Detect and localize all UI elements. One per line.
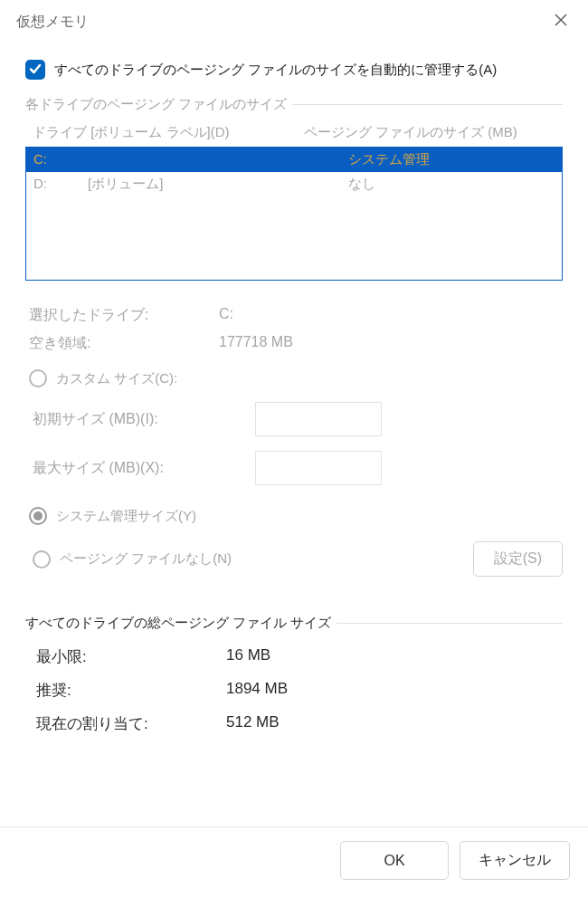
- drive-row[interactable]: D: [ボリューム] なし: [26, 172, 562, 196]
- initial-size-row: 初期サイズ (MB)(I):: [25, 402, 563, 436]
- drive-header-size: ページング ファイルのサイズ (MB): [304, 124, 555, 141]
- max-size-row: 最大サイズ (MB)(X):: [25, 451, 563, 485]
- initial-size-label: 初期サイズ (MB)(I):: [33, 410, 237, 429]
- recommended-label: 推奨:: [36, 680, 226, 701]
- min-label: 最小限:: [36, 646, 226, 667]
- window-title: 仮想メモリ: [16, 13, 89, 32]
- close-icon: [555, 14, 567, 30]
- drive-volume-label: [88, 151, 348, 168]
- initial-size-input[interactable]: [255, 402, 382, 436]
- check-icon: [29, 62, 42, 78]
- selected-drive-info: 選択したドライブ: C: 空き領域: 177718 MB: [25, 306, 563, 353]
- totals-grid: 最小限: 16 MB 推奨: 1894 MB 現在の割り当て: 512 MB: [25, 646, 563, 734]
- max-size-label: 最大サイズ (MB)(X):: [33, 459, 237, 478]
- current-label: 現在の割り当て:: [36, 713, 226, 734]
- drive-list-header: ドライブ [ボリューム ラベル](D) ページング ファイルのサイズ (MB): [25, 124, 563, 147]
- custom-size-radio-row[interactable]: カスタム サイズ(C):: [25, 369, 563, 387]
- no-paging-radio-row[interactable]: ページング ファイルなし(N): [29, 550, 232, 568]
- drive-row[interactable]: C: システム管理: [26, 148, 562, 172]
- no-paging-and-set-row: ページング ファイルなし(N) 設定(S): [25, 541, 563, 577]
- drive-header-drive: ドライブ [ボリューム ラベル](D): [33, 124, 304, 141]
- drive-paging-size: システム管理: [348, 151, 555, 168]
- totals-section: すべてのドライブの総ページング ファイル サイズ 最小限: 16 MB 推奨: …: [25, 615, 563, 734]
- ok-button[interactable]: OK: [340, 841, 449, 880]
- system-managed-label: システム管理サイズ(Y): [56, 508, 196, 525]
- drive-volume-label: [ボリューム]: [88, 176, 348, 193]
- drives-section-title: 各ドライブのページング ファイルのサイズ: [25, 96, 563, 113]
- dialog-content: すべてのドライブのページング ファイルのサイズを自動的に管理する(A) 各ドライ…: [0, 43, 588, 898]
- auto-manage-checkbox[interactable]: [25, 60, 45, 80]
- custom-size-radio[interactable]: [29, 369, 47, 387]
- recommended-value: 1894 MB: [226, 680, 563, 701]
- totals-title: すべてのドライブの総ページング ファイル サイズ: [25, 615, 563, 632]
- selected-drive-value: C:: [219, 306, 563, 325]
- custom-size-label: カスタム サイズ(C):: [56, 370, 177, 387]
- selected-drive-label: 選択したドライブ:: [29, 306, 219, 325]
- auto-manage-row[interactable]: すべてのドライブのページング ファイルのサイズを自動的に管理する(A): [25, 60, 563, 80]
- system-managed-radio[interactable]: [29, 507, 47, 525]
- drive-letter: D:: [33, 176, 88, 193]
- min-value: 16 MB: [226, 646, 563, 667]
- drive-letter: C:: [33, 151, 88, 168]
- free-space-label: 空き領域:: [29, 334, 219, 353]
- system-managed-radio-row[interactable]: システム管理サイズ(Y): [25, 507, 563, 525]
- close-button[interactable]: [546, 7, 575, 36]
- no-paging-label: ページング ファイルなし(N): [60, 550, 232, 568]
- cancel-button[interactable]: キャンセル: [460, 841, 570, 880]
- max-size-input[interactable]: [255, 451, 382, 485]
- free-space-value: 177718 MB: [219, 334, 563, 353]
- drive-list[interactable]: C: システム管理 D: [ボリューム] なし: [25, 147, 563, 281]
- drives-fieldset: 各ドライブのページング ファイルのサイズ ドライブ [ボリューム ラベル](D)…: [25, 96, 563, 577]
- title-bar: 仮想メモリ: [0, 0, 588, 43]
- virtual-memory-dialog: 仮想メモリ すべてのドライブのページング ファイルのサイズを自動的に管理する(A…: [0, 0, 588, 898]
- current-value: 512 MB: [226, 713, 563, 734]
- auto-manage-label: すべてのドライブのページング ファイルのサイズを自動的に管理する(A): [54, 62, 497, 79]
- no-paging-radio[interactable]: [33, 550, 51, 568]
- drive-paging-size: なし: [348, 176, 555, 193]
- dialog-footer: OK キャンセル: [0, 826, 588, 898]
- set-button[interactable]: 設定(S): [473, 541, 563, 577]
